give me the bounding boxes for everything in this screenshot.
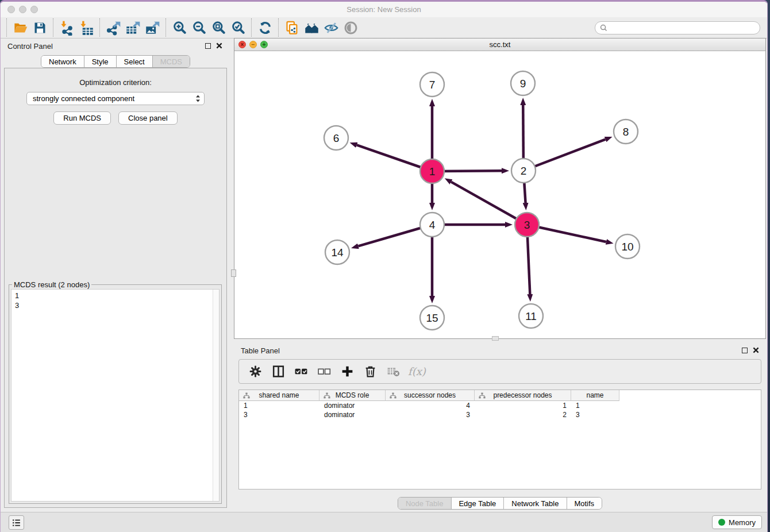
run-mcds-button[interactable]: Run MCDS xyxy=(53,111,111,125)
close-panel-icon[interactable] xyxy=(216,41,222,51)
select-all-columns-button[interactable] xyxy=(291,362,311,381)
network-overview-button[interactable] xyxy=(302,18,321,37)
network-canvas[interactable]: 7968124314101511 xyxy=(234,51,765,338)
tab-network[interactable]: Network xyxy=(41,56,84,67)
memory-button[interactable]: Memory xyxy=(712,515,762,529)
graph-node-8[interactable]: 8 xyxy=(614,119,638,144)
table-cell[interactable]: 3 xyxy=(386,410,475,419)
close-table-panel-icon[interactable] xyxy=(753,345,759,356)
refresh-view-button[interactable] xyxy=(255,18,275,37)
checked-boxes-icon xyxy=(294,364,309,379)
table-tab-edge-table[interactable]: Edge Table xyxy=(451,498,504,509)
float-table-panel-icon[interactable] xyxy=(742,348,748,353)
table-cell[interactable]: 2 xyxy=(475,410,571,419)
column-header-predecessor-nodes[interactable]: predecessor nodes xyxy=(475,390,571,401)
export-table-button[interactable] xyxy=(123,18,143,37)
delete-column-button[interactable] xyxy=(360,362,380,381)
table-cell[interactable]: 3 xyxy=(239,410,319,419)
clone-network-button[interactable] xyxy=(282,18,302,37)
close-panel-button[interactable]: Close panel xyxy=(118,111,178,125)
column-header-name[interactable]: name xyxy=(571,390,619,401)
graph-node-15[interactable]: 15 xyxy=(420,306,444,330)
table-cell[interactable]: 4 xyxy=(386,401,475,410)
network-graph[interactable]: 7968124314101511 xyxy=(234,51,765,338)
table-tab-network-table[interactable]: Network Table xyxy=(504,498,567,509)
table-header-row: shared nameMCDS rolesuccessor nodesprede… xyxy=(239,390,761,401)
table-settings-button[interactable] xyxy=(245,362,265,381)
mcds-result-box: MCDS result (2 nodes) 1 3 xyxy=(9,284,222,504)
horizontal-splitter-handle[interactable] xyxy=(492,336,499,341)
zoom-fit-icon xyxy=(211,20,226,36)
table-cell[interactable]: dominator xyxy=(319,410,386,419)
table-cell[interactable]: 1 xyxy=(475,401,571,410)
graph-node-2[interactable]: 2 xyxy=(511,159,536,183)
window-titlebar: Session: New Session xyxy=(1,2,767,17)
graph-node-11[interactable]: 11 xyxy=(519,304,543,328)
import-table-button[interactable] xyxy=(76,18,96,37)
column-header-mcds-role[interactable]: MCDS role xyxy=(319,390,386,401)
birds-eye-toggle-button[interactable] xyxy=(341,18,360,37)
column-header-shared-name[interactable]: shared name xyxy=(239,390,319,401)
search-field[interactable] xyxy=(595,21,760,34)
export-table-icon xyxy=(125,20,141,36)
column-header-successor-nodes[interactable]: successor nodes xyxy=(386,390,475,401)
table-panel: Table Panel xyxy=(234,343,766,512)
tab-mcds[interactable]: MCDS xyxy=(153,56,190,67)
table-tab-node-table[interactable]: Node Table xyxy=(398,498,452,509)
graph-node-14[interactable]: 14 xyxy=(325,240,349,264)
zoom-out-button[interactable] xyxy=(189,18,209,37)
main-toolbar xyxy=(1,17,767,38)
table-row[interactable]: 3dominator323 xyxy=(239,410,761,419)
zoom-in-button[interactable] xyxy=(170,18,189,37)
export-network-button[interactable] xyxy=(103,18,123,37)
table-tab-motifs[interactable]: Motifs xyxy=(567,498,602,509)
toolbar-separator xyxy=(251,18,252,37)
table-cell[interactable]: dominator xyxy=(319,401,386,410)
graph-node-10[interactable]: 10 xyxy=(615,234,640,259)
svg-text:7: 7 xyxy=(429,79,436,91)
graph-edge-2-8[interactable] xyxy=(523,140,606,171)
houses-icon xyxy=(304,20,319,36)
graph-node-7[interactable]: 7 xyxy=(420,72,444,97)
unchecked-boxes-icon xyxy=(317,364,332,379)
graph-node-1[interactable]: 1 xyxy=(420,159,444,183)
table-body: 1dominator4113dominator323 xyxy=(239,401,761,419)
open-session-button[interactable] xyxy=(10,18,30,37)
export-image-button[interactable] xyxy=(143,18,162,37)
deselect-all-columns-button[interactable] xyxy=(314,362,334,381)
save-session-button[interactable] xyxy=(30,18,49,37)
zoom-selected-button[interactable] xyxy=(228,18,248,37)
table-cell[interactable]: 3 xyxy=(571,410,619,419)
graph-edge-3-1[interactable] xyxy=(451,182,527,225)
optimization-criterion-select[interactable]: strongly connected component xyxy=(26,92,205,105)
selected-criterion: strongly connected component xyxy=(33,94,194,103)
result-scrollbar[interactable] xyxy=(213,290,219,501)
graph-node-4[interactable]: 4 xyxy=(420,213,444,237)
graph-node-3[interactable]: 3 xyxy=(515,213,539,237)
show-column-button[interactable] xyxy=(268,362,288,381)
graph-node-6[interactable]: 6 xyxy=(324,126,348,150)
import-network-button[interactable] xyxy=(57,18,76,37)
vertical-splitter-handle[interactable] xyxy=(231,269,236,277)
control-panel: Control Panel NetworkStyleSelectMCDS Opt… xyxy=(1,38,230,512)
table-row[interactable]: 1dominator411 xyxy=(239,401,761,410)
mcds-result-title: MCDS result (2 nodes) xyxy=(12,280,91,289)
float-panel-icon[interactable] xyxy=(205,43,211,49)
network-window-titlebar: × − + scc.txt xyxy=(234,38,765,51)
svg-text:11: 11 xyxy=(525,310,537,322)
control-panel-tabs: NetworkStyleSelectMCDS xyxy=(41,55,190,68)
graph-node-9[interactable]: 9 xyxy=(511,71,535,95)
add-column-button[interactable] xyxy=(337,362,357,381)
task-history-button[interactable] xyxy=(9,515,24,530)
tab-style[interactable]: Style xyxy=(84,56,117,67)
tab-select[interactable]: Select xyxy=(117,56,153,67)
toolbar-separator xyxy=(53,18,53,37)
zoom-fit-button[interactable] xyxy=(209,18,228,37)
table-cell[interactable]: 1 xyxy=(239,401,319,410)
hide-panels-button[interactable] xyxy=(321,18,341,37)
svg-text:14: 14 xyxy=(331,246,344,259)
search-input[interactable] xyxy=(610,24,760,32)
table-cell[interactable]: 1 xyxy=(571,401,619,410)
mcds-result-text[interactable]: 1 3 xyxy=(11,290,213,501)
refresh-icon xyxy=(257,20,273,36)
